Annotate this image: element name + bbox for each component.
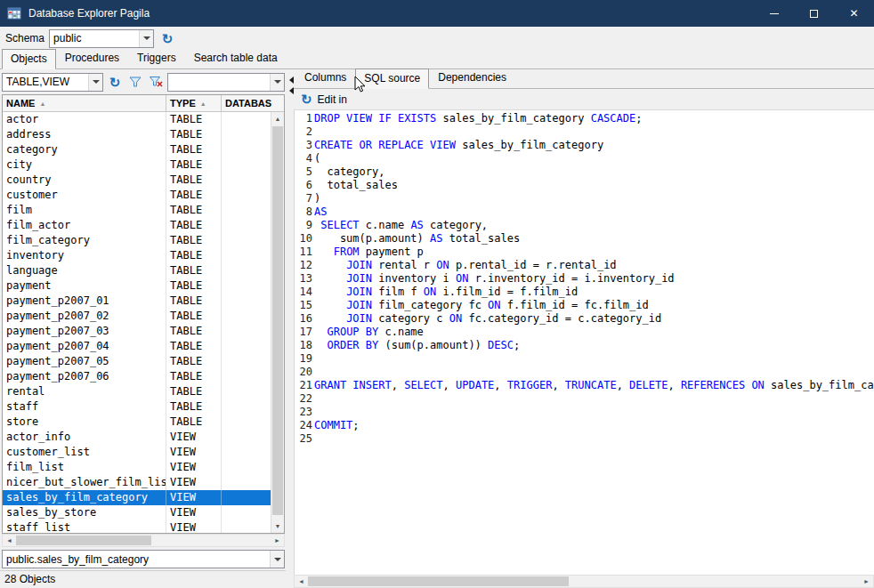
name-filter-select[interactable] xyxy=(167,73,285,92)
scrollbar-thumb[interactable] xyxy=(272,126,283,515)
table-row[interactable]: film_listVIEW xyxy=(3,460,271,475)
table-row[interactable]: paymentTABLE xyxy=(3,278,271,294)
object-count: 28 Objects xyxy=(4,573,55,585)
sql-line: 9 SELECT c.name AS category, xyxy=(296,219,874,232)
horizontal-scrollbar-left[interactable]: ◄ ► xyxy=(2,534,285,547)
line-number: 23 xyxy=(296,406,314,419)
table-row[interactable]: customer_listVIEW xyxy=(3,445,271,460)
scroll-up-icon[interactable]: ▲ xyxy=(271,112,284,125)
table-row[interactable]: film_actorTABLE xyxy=(3,218,271,233)
table-row[interactable]: payment_p2007_01TABLE xyxy=(3,294,271,309)
panel-splitter[interactable] xyxy=(286,69,294,588)
window-title: Database Explorer Pagila xyxy=(28,7,150,20)
scrollbar-track[interactable] xyxy=(569,576,861,587)
titlebar[interactable]: Database Explorer Pagila ✕ xyxy=(0,0,874,27)
scrollbar-track[interactable] xyxy=(151,535,271,546)
scroll-right-icon[interactable]: ► xyxy=(860,576,873,587)
table-row[interactable]: staff_listVIEW xyxy=(3,520,271,533)
table-row[interactable]: rentalTABLE xyxy=(3,384,271,399)
line-number: 25 xyxy=(296,432,314,446)
edit-in-button[interactable]: Edit in xyxy=(318,93,347,106)
tab-procedures[interactable]: Procedures xyxy=(56,48,128,68)
close-button[interactable]: ✕ xyxy=(834,0,874,27)
tab-search-table-data[interactable]: Search table data xyxy=(185,48,287,68)
sql-line: 1DROP VIEW IF EXISTS sales_by_film_categ… xyxy=(296,112,874,125)
object-name: nicer_but_slower_film_list xyxy=(3,475,166,490)
table-row[interactable]: actor_infoVIEW xyxy=(3,430,271,445)
tab-triggers[interactable]: Triggers xyxy=(128,48,185,68)
sql-line: 7) xyxy=(296,192,874,205)
table-row[interactable]: payment_p2007_04TABLE xyxy=(3,339,271,354)
object-database xyxy=(222,218,271,233)
table-row[interactable]: cityTABLE xyxy=(3,157,271,173)
object-database xyxy=(222,399,271,415)
scroll-down-icon[interactable]: ▼ xyxy=(271,520,284,533)
refresh-schema-button[interactable]: ↻ xyxy=(158,29,176,47)
table-row[interactable]: addressTABLE xyxy=(3,127,271,142)
line-number: 12 xyxy=(296,259,314,272)
object-filter-row: TABLE,VIEW ↻ xyxy=(2,71,285,93)
tab-dependencies[interactable]: Dependencies xyxy=(429,68,515,88)
maximize-button[interactable] xyxy=(794,0,834,27)
object-database xyxy=(222,233,271,248)
column-header-name[interactable]: NAME ▲ xyxy=(3,95,166,111)
type-filter-select[interactable]: TABLE,VIEW xyxy=(2,73,103,92)
object-database xyxy=(222,490,271,505)
tab-objects[interactable]: Objects xyxy=(2,49,56,69)
table-row[interactable]: inventoryTABLE xyxy=(3,248,271,263)
table-row[interactable]: customerTABLE xyxy=(3,188,271,203)
table-row[interactable]: nicer_but_slower_film_listVIEW xyxy=(3,475,271,490)
schema-value: public xyxy=(50,32,139,44)
object-type: VIEW xyxy=(166,445,222,460)
table-row[interactable]: sales_by_film_categoryVIEW xyxy=(3,490,271,505)
tab-columns[interactable]: Columns xyxy=(295,68,355,88)
collapse-left-icon[interactable] xyxy=(286,87,294,94)
object-type: TABLE xyxy=(166,263,222,278)
scrollbar-thumb[interactable] xyxy=(16,536,151,545)
minimize-button[interactable] xyxy=(754,0,794,27)
table-row[interactable]: sales_by_storeVIEW xyxy=(3,505,271,520)
scroll-left-icon[interactable]: ◄ xyxy=(3,535,16,546)
table-row[interactable]: payment_p2007_06TABLE xyxy=(3,369,271,384)
sql-editor[interactable]: 1DROP VIEW IF EXISTS sales_by_film_categ… xyxy=(294,110,874,575)
object-type: TABLE xyxy=(166,294,222,309)
table-row[interactable]: payment_p2007_05TABLE xyxy=(3,354,271,369)
table-row[interactable]: languageTABLE xyxy=(3,263,271,278)
scroll-right-icon[interactable]: ► xyxy=(271,535,284,546)
object-database xyxy=(222,430,271,445)
line-number: 20 xyxy=(296,366,314,379)
object-path-select[interactable]: public.sales_by_film_category xyxy=(2,550,285,568)
clear-filter-button[interactable] xyxy=(147,73,165,91)
horizontal-scrollbar-right[interactable]: ◄ ► xyxy=(294,575,874,588)
object-type: VIEW xyxy=(166,520,222,533)
table-row[interactable]: countryTABLE xyxy=(3,173,271,188)
scroll-left-icon[interactable]: ◄ xyxy=(295,576,308,587)
table-row[interactable]: filmTABLE xyxy=(3,203,271,218)
tab-sql-source[interactable]: SQL source xyxy=(355,68,429,89)
status-bar: 28 Objects xyxy=(0,570,286,588)
table-row[interactable]: payment_p2007_03TABLE xyxy=(3,324,271,339)
table-row[interactable]: storeTABLE xyxy=(3,415,271,430)
schema-select[interactable]: public xyxy=(49,29,154,48)
scrollbar-thumb[interactable] xyxy=(308,576,569,586)
column-header-database[interactable]: DATABAS xyxy=(222,95,284,111)
table-row[interactable]: payment_p2007_02TABLE xyxy=(3,309,271,324)
table-row[interactable]: actorTABLE xyxy=(3,112,271,127)
table-row[interactable]: categoryTABLE xyxy=(3,142,271,157)
object-database xyxy=(222,142,271,157)
collapse-left-icon[interactable] xyxy=(286,77,294,84)
object-database xyxy=(222,127,271,142)
refresh-objects-button[interactable]: ↻ xyxy=(106,73,124,91)
object-database xyxy=(222,309,271,324)
filter-button[interactable] xyxy=(126,73,144,91)
chevron-down-icon xyxy=(270,74,284,91)
vertical-scrollbar[interactable]: ▲ ▼ xyxy=(271,112,284,533)
table-row[interactable]: film_categoryTABLE xyxy=(3,233,271,248)
object-type: VIEW xyxy=(166,475,222,490)
object-type: TABLE xyxy=(166,248,222,263)
table-row[interactable]: staffTABLE xyxy=(3,399,271,415)
column-header-type[interactable]: TYPE ▲ xyxy=(166,95,222,111)
filter-clear-icon xyxy=(150,76,163,88)
objects-table: NAME ▲ TYPE ▲ DATABAS actorTABLEaddressT… xyxy=(2,94,285,534)
refresh-icon[interactable]: ↻ xyxy=(301,93,312,106)
